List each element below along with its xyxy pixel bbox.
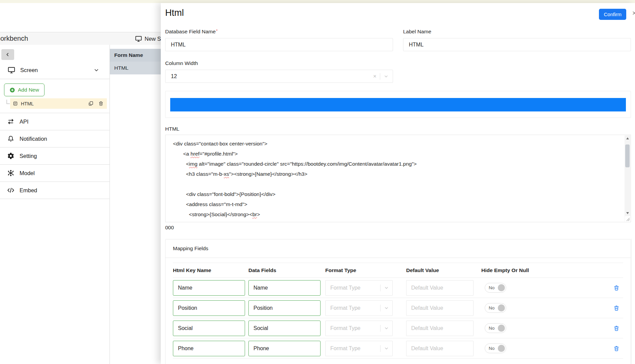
scroll-up-icon[interactable]: [625, 135, 630, 141]
sidebar-nav: API Notification Setting Model Embed: [0, 113, 110, 199]
form-list-row-html[interactable]: HTML: [110, 62, 161, 74]
label-name-input[interactable]: [403, 38, 631, 51]
data-field-input[interactable]: [248, 280, 321, 296]
database-field-name-label: Database Field Name*: [165, 29, 218, 35]
toggle-knob: [498, 325, 505, 332]
html-code-editor[interactable]: <div class="contact-box center-version">…: [165, 135, 631, 222]
html-key-input[interactable]: [173, 280, 245, 296]
format-type-select[interactable]: Format Type: [325, 280, 393, 296]
hide-empty-toggle[interactable]: No: [485, 323, 506, 333]
tree-item-html[interactable]: HTML: [10, 98, 107, 109]
drawer-title: Html: [165, 8, 184, 18]
editor-scrollbar[interactable]: [625, 135, 630, 222]
mapping-row: Format Type No: [173, 318, 623, 338]
plus-circle-icon: [9, 87, 15, 93]
mapping-fields-card: Mapping Fields Html Key Name Data Fields…: [165, 239, 631, 364]
html-editor-label: HTML: [165, 126, 179, 132]
data-field-input[interactable]: [248, 341, 321, 356]
toggle-knob: [498, 284, 505, 291]
hide-empty-toggle[interactable]: No: [485, 303, 506, 313]
required-mark: *: [216, 29, 218, 33]
trash-icon[interactable]: [613, 325, 620, 332]
hide-empty-toggle[interactable]: No: [485, 283, 506, 293]
chevron-down-icon[interactable]: [384, 346, 389, 351]
mapping-row: Format Type No: [173, 278, 623, 298]
default-value-input[interactable]: [406, 341, 474, 356]
trash-icon[interactable]: [613, 305, 620, 311]
collapse-panel-button[interactable]: [1, 49, 14, 60]
swap-arrows-icon: [7, 118, 14, 125]
trash-icon[interactable]: [613, 285, 620, 291]
drawer-scroll-rule: [631, 239, 632, 364]
x-clear-icon[interactable]: ×: [373, 73, 376, 79]
html-key-input[interactable]: [173, 341, 245, 356]
tree-toolbar: [0, 45, 110, 61]
chevron-down-icon[interactable]: [384, 74, 389, 79]
format-type-select[interactable]: Format Type: [325, 341, 393, 356]
html-element-icon: [13, 101, 18, 106]
bell-icon: [7, 135, 14, 142]
format-type-select[interactable]: Format Type: [325, 321, 393, 336]
sidebar-item-notification[interactable]: Notification: [0, 130, 110, 147]
column-width-label: Column Width: [165, 60, 198, 66]
hide-empty-toggle[interactable]: No: [485, 343, 506, 353]
form-list-header: Form Name: [110, 49, 161, 62]
monitor-icon: [135, 35, 142, 42]
add-new-button[interactable]: Add New: [4, 84, 44, 96]
chevron-down-icon[interactable]: [384, 326, 389, 331]
sidebar-item-screen[interactable]: Screen: [0, 61, 110, 79]
toggle-knob: [498, 304, 505, 311]
chevron-down-icon[interactable]: [384, 285, 389, 290]
field-settings-drawer: Html Confirm ✕ Database Field Name* Labe…: [161, 3, 635, 364]
mapping-table: Html Key Name Data Fields Format Type De…: [173, 263, 623, 359]
sidebar-item-embed[interactable]: Embed: [0, 182, 110, 199]
col-hide-empty-or-null: Hide Empty Or Null: [481, 267, 514, 273]
trash-icon[interactable]: [613, 345, 620, 352]
sidebar: Screen Add New HTML API Notification Set…: [0, 45, 110, 364]
monitor-icon: [7, 66, 16, 74]
data-field-input[interactable]: [248, 300, 321, 316]
chevron-down-icon[interactable]: [93, 67, 99, 73]
copy-icon[interactable]: [88, 101, 94, 106]
top-page-strip: [0, 0, 635, 3]
html-key-input[interactable]: [173, 300, 245, 316]
trash-icon[interactable]: [98, 101, 104, 106]
code-icon: [7, 187, 14, 194]
close-icon[interactable]: ✕: [632, 10, 635, 17]
character-counter: 000: [165, 225, 174, 231]
screen: orkbench New S Screen Add New: [0, 0, 635, 364]
col-data-fields: Data Fields: [248, 267, 325, 273]
gear-icon: [7, 152, 14, 160]
format-type-select[interactable]: Format Type: [325, 300, 393, 316]
scroll-down-icon[interactable]: [625, 210, 630, 216]
confirm-button[interactable]: Confirm: [599, 9, 626, 20]
column-width-select[interactable]: 12 ×: [165, 70, 393, 83]
scrollbar-thumb[interactable]: [625, 144, 630, 167]
column-width-value: 12: [171, 73, 373, 79]
sidebar-item-api[interactable]: API: [0, 113, 110, 130]
sidebar-item-model[interactable]: Model: [0, 165, 110, 182]
tree-connector: [6, 100, 10, 104]
new-screen-button[interactable]: New S: [135, 32, 161, 45]
default-value-input[interactable]: [406, 321, 474, 336]
default-value-input[interactable]: [406, 300, 474, 316]
sidebar-item-setting[interactable]: Setting: [0, 147, 110, 165]
html-key-input[interactable]: [173, 321, 245, 336]
add-new-label: Add New: [18, 87, 39, 93]
workbench-title: orkbench: [0, 35, 28, 42]
database-field-name-input[interactable]: [165, 38, 393, 51]
form-list-panel: Form Name HTML: [110, 45, 161, 364]
resize-handle-icon[interactable]: [625, 216, 631, 222]
preview-block: [170, 98, 626, 111]
mapping-rows: Format Type No Format Type: [173, 278, 623, 359]
col-default-value: Default Value: [406, 267, 481, 273]
chevron-down-icon[interactable]: [384, 305, 389, 310]
mapping-table-header: Html Key Name Data Fields Format Type De…: [173, 263, 623, 278]
label-name-label: Label Name: [403, 29, 431, 35]
default-value-input[interactable]: [406, 280, 474, 296]
data-field-input[interactable]: [248, 321, 321, 336]
tree-item-label: HTML: [21, 101, 85, 106]
screen-label: Screen: [20, 67, 89, 73]
code-content: <div class="contact-box center-version">…: [165, 135, 631, 220]
mapping-fields-title: Mapping Fields: [165, 239, 631, 258]
